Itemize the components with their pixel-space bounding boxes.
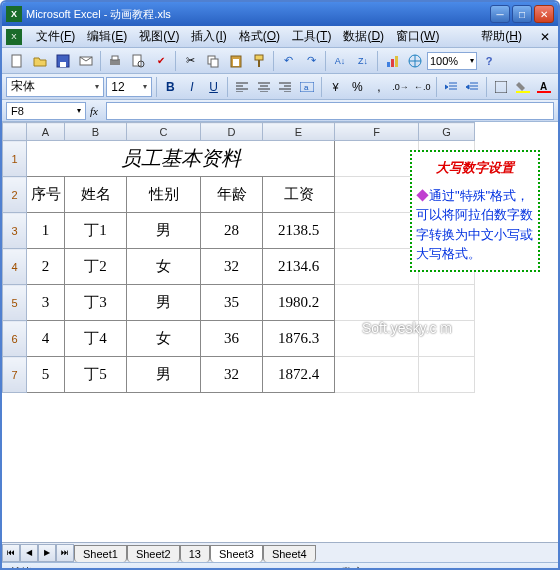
dec-decimal-button[interactable]: ←.0 xyxy=(412,77,432,97)
sheet-tab[interactable]: Sheet2 xyxy=(127,545,180,562)
font-color-button[interactable]: A xyxy=(534,77,554,97)
align-right-button[interactable] xyxy=(276,77,296,97)
sort-asc-button[interactable]: A↓ xyxy=(329,50,351,72)
comma-button[interactable]: , xyxy=(369,77,389,97)
col-header[interactable]: F xyxy=(335,123,419,141)
currency-button[interactable]: ¥ xyxy=(326,77,346,97)
cell[interactable]: 5 xyxy=(27,357,65,393)
menu-v[interactable]: 视图(V) xyxy=(133,26,185,47)
worksheet-area[interactable]: ABCDEFG1员工基本资料2序号姓名性别年龄工资31丁1男282138.542… xyxy=(2,122,558,542)
cell[interactable]: 男 xyxy=(127,357,201,393)
col-header[interactable]: D xyxy=(201,123,263,141)
email-button[interactable] xyxy=(75,50,97,72)
close-button[interactable]: ✕ xyxy=(534,5,554,23)
row-header[interactable]: 5 xyxy=(3,285,27,321)
menu-t[interactable]: 工具(T) xyxy=(286,26,337,47)
size-combo[interactable]: 12▾ xyxy=(106,77,151,97)
sheet-tab[interactable]: Sheet4 xyxy=(263,545,316,562)
table-header[interactable]: 序号 xyxy=(27,177,65,213)
cell[interactable]: 2134.6 xyxy=(263,249,335,285)
cell[interactable]: 36 xyxy=(201,321,263,357)
cut-button[interactable]: ✂ xyxy=(179,50,201,72)
cell[interactable]: 1876.3 xyxy=(263,321,335,357)
cell[interactable]: 4 xyxy=(27,321,65,357)
italic-button[interactable]: I xyxy=(182,77,202,97)
tab-next-button[interactable]: ▶ xyxy=(38,544,56,562)
help-icon[interactable]: ? xyxy=(478,50,500,72)
menu-e[interactable]: 编辑(E) xyxy=(81,26,133,47)
menu-o[interactable]: 格式(O) xyxy=(233,26,286,47)
format-painter-button[interactable] xyxy=(248,50,270,72)
chart-button[interactable] xyxy=(381,50,403,72)
sheet-tab[interactable]: 13 xyxy=(180,545,210,562)
row-header[interactable]: 2 xyxy=(3,177,27,213)
table-header[interactable]: 工资 xyxy=(263,177,335,213)
cell[interactable]: 丁1 xyxy=(65,213,127,249)
spell-button[interactable]: ✔ xyxy=(150,50,172,72)
fx-icon[interactable]: fx xyxy=(90,105,98,117)
bold-button[interactable]: B xyxy=(160,77,180,97)
map-button[interactable] xyxy=(404,50,426,72)
cell[interactable]: 女 xyxy=(127,321,201,357)
cell[interactable]: 1980.2 xyxy=(263,285,335,321)
preview-button[interactable] xyxy=(127,50,149,72)
tab-first-button[interactable]: ⏮ xyxy=(2,544,20,562)
cell[interactable]: 35 xyxy=(201,285,263,321)
percent-button[interactable]: % xyxy=(347,77,367,97)
sheet-title[interactable]: 员工基本资料 xyxy=(27,141,335,177)
row-header[interactable]: 3 xyxy=(3,213,27,249)
cell[interactable]: 32 xyxy=(201,357,263,393)
save-button[interactable] xyxy=(52,50,74,72)
cell[interactable]: 3 xyxy=(27,285,65,321)
col-header[interactable]: B xyxy=(65,123,127,141)
font-combo[interactable]: 宋体▾ xyxy=(6,77,104,97)
menu-h[interactable]: 帮助(H) xyxy=(475,26,528,47)
border-button[interactable] xyxy=(491,77,511,97)
sheet-tab[interactable]: Sheet3 xyxy=(210,545,263,562)
fill-color-button[interactable] xyxy=(513,77,533,97)
col-header[interactable]: E xyxy=(263,123,335,141)
table-header[interactable]: 性别 xyxy=(127,177,201,213)
undo-button[interactable]: ↶ xyxy=(277,50,299,72)
cell[interactable]: 丁2 xyxy=(65,249,127,285)
maximize-button[interactable]: □ xyxy=(512,5,532,23)
sheet-tab[interactable]: Sheet1 xyxy=(74,545,127,562)
zoom-combo[interactable]: 100%▾ xyxy=(427,52,477,70)
align-center-button[interactable] xyxy=(254,77,274,97)
cell[interactable]: 女 xyxy=(127,249,201,285)
cell[interactable]: 丁3 xyxy=(65,285,127,321)
cell[interactable]: 1 xyxy=(27,213,65,249)
table-header[interactable]: 姓名 xyxy=(65,177,127,213)
cell[interactable]: 32 xyxy=(201,249,263,285)
cell[interactable]: 男 xyxy=(127,213,201,249)
doc-close-button[interactable]: ✕ xyxy=(536,30,554,44)
indent-dec-button[interactable] xyxy=(441,77,461,97)
row-header[interactable]: 4 xyxy=(3,249,27,285)
formula-input[interactable] xyxy=(106,102,554,120)
inc-decimal-button[interactable]: .0→ xyxy=(391,77,411,97)
cell[interactable]: 2 xyxy=(27,249,65,285)
paste-button[interactable] xyxy=(225,50,247,72)
name-box[interactable]: F8▾ xyxy=(6,102,86,120)
row-header[interactable]: 1 xyxy=(3,141,27,177)
open-button[interactable] xyxy=(29,50,51,72)
row-header[interactable]: 6 xyxy=(3,321,27,357)
minimize-button[interactable]: ─ xyxy=(490,5,510,23)
row-header[interactable]: 7 xyxy=(3,357,27,393)
indent-inc-button[interactable] xyxy=(463,77,483,97)
col-header[interactable]: A xyxy=(27,123,65,141)
cell[interactable]: 丁4 xyxy=(65,321,127,357)
col-header[interactable]: C xyxy=(127,123,201,141)
menu-i[interactable]: 插入(I) xyxy=(185,26,232,47)
cell[interactable]: 1872.4 xyxy=(263,357,335,393)
align-left-button[interactable] xyxy=(232,77,252,97)
menu-w[interactable]: 窗口(W) xyxy=(390,26,445,47)
cell[interactable]: 2138.5 xyxy=(263,213,335,249)
redo-button[interactable]: ↷ xyxy=(300,50,322,72)
table-header[interactable]: 年龄 xyxy=(201,177,263,213)
sort-desc-button[interactable]: Z↓ xyxy=(352,50,374,72)
cell[interactable]: 丁5 xyxy=(65,357,127,393)
col-header[interactable]: G xyxy=(419,123,475,141)
copy-button[interactable] xyxy=(202,50,224,72)
merge-button[interactable]: a xyxy=(297,77,317,97)
